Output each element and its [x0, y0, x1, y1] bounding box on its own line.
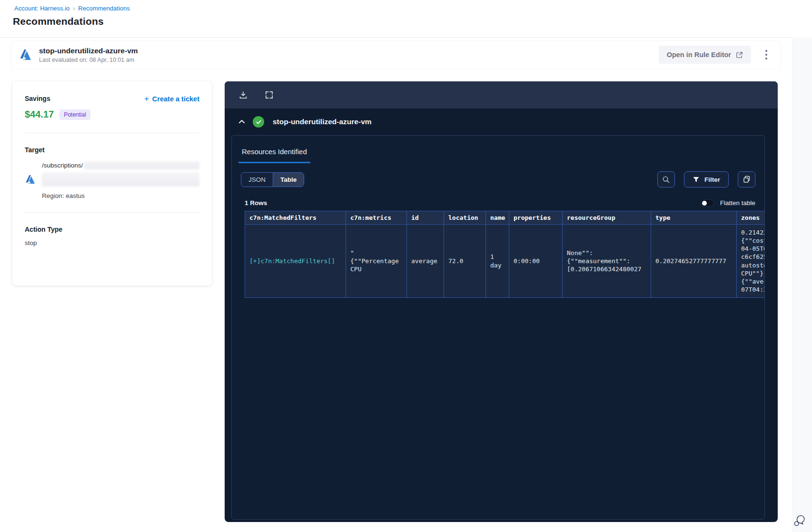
rule-group-header: stop-underutilized-azure-vm: [225, 108, 778, 135]
column-header-metrics: c7n:metrics: [346, 211, 406, 225]
breadcrumb-separator: ›: [73, 5, 75, 12]
flatten-table-toggle[interactable]: [701, 199, 714, 207]
column-header-name: name: [485, 211, 509, 225]
search-button[interactable]: [657, 171, 675, 187]
redacted-text: [42, 172, 199, 187]
recommendation-title: stop-underutilized-azure-vm: [39, 47, 138, 55]
column-header-type: type: [651, 211, 736, 225]
column-header-location: location: [444, 211, 485, 225]
page-title: Recommendations: [13, 16, 104, 27]
chat-help-icon[interactable]: [792, 514, 807, 528]
chevron-up-icon[interactable]: [238, 118, 246, 126]
filter-label: Filter: [704, 176, 720, 183]
breadcrumb-page-link[interactable]: Recommendations: [78, 5, 129, 12]
filter-icon: [693, 176, 700, 183]
flatten-table-label: Flatten table: [720, 199, 755, 207]
panel-toolbar: [225, 81, 778, 108]
recommendation-heading: stop-underutilized-azure-vm Last evaluat…: [39, 47, 138, 63]
savings-label: Savings: [25, 95, 50, 102]
copy-button[interactable]: [738, 171, 755, 187]
rule-output-panel: stop-underutilized-azure-vm Resources Id…: [225, 81, 778, 522]
column-header-resourcegroup: resourceGroup: [562, 211, 651, 225]
resources-table-grid: c7n:MatchedFilters c7n:metrics id locati…: [245, 211, 765, 298]
potential-badge: Potential: [59, 109, 90, 120]
target-label: Target: [25, 146, 199, 154]
breadcrumb-account-link[interactable]: Account: Harness.io: [14, 5, 69, 12]
cell-matchedfilters-expander[interactable]: [+]c7n:MatchedFilters[]: [245, 225, 346, 298]
table-controls: JSON Table Filter: [241, 171, 755, 187]
target-region: Region: eastus: [42, 192, 199, 199]
column-header-id: id: [406, 211, 444, 225]
resources-table: c7n:MatchedFilters c7n:metrics id locati…: [245, 211, 765, 298]
plus-icon: +: [144, 95, 149, 103]
open-rule-editor-label: Open in Rule Editor: [667, 51, 731, 59]
savings-amount: $44.17: [25, 109, 54, 120]
rows-count: 1 Rows: [245, 199, 267, 207]
cell-location: 72.0: [444, 225, 485, 298]
cell-resourcegroup: None"": {""measurement"": [0.20671066342…: [562, 225, 651, 298]
create-ticket-button[interactable]: + Create a ticket: [144, 95, 199, 103]
column-header-matchedfilters: c7n:MatchedFilters: [245, 211, 346, 225]
view-toggle: JSON Table: [241, 172, 304, 187]
open-rule-editor-button[interactable]: Open in Rule Editor: [659, 46, 751, 64]
copy-icon: [743, 175, 751, 184]
header-divider: [0, 37, 792, 38]
divider: [25, 133, 199, 133]
view-toggle-table[interactable]: Table: [273, 173, 304, 187]
cell-id: average: [406, 225, 444, 298]
action-type-value: stop: [25, 239, 199, 246]
recommendation-summary-card: Savings + Create a ticket $44.17 Potenti…: [12, 81, 212, 286]
fullscreen-icon[interactable]: [264, 90, 274, 100]
cell-properties: 0:00:00: [509, 225, 562, 298]
check-circle-icon: [253, 116, 264, 128]
azure-icon: [19, 49, 32, 60]
external-link-icon: [736, 51, 743, 59]
cell-type: 0.20274652777777777: [651, 225, 736, 298]
cell-metrics: " {""Percentage CPU: [346, 225, 406, 298]
column-header-properties: properties: [509, 211, 562, 225]
table-meta-row: 1 Rows Flatten table: [245, 199, 755, 207]
cell-zones: 0.21423 {""cost 04-05T0 c6cf625 autosto …: [736, 225, 765, 298]
tab-bar: Resources Identified: [232, 136, 764, 163]
download-icon[interactable]: [238, 90, 248, 100]
column-header-zones: zones: [736, 211, 765, 225]
view-toggle-json[interactable]: JSON: [241, 173, 273, 187]
create-ticket-label: Create a ticket: [152, 95, 199, 103]
cell-name: 1 day: [485, 225, 509, 298]
recommendation-header-card: stop-underutilized-azure-vm Last evaluat…: [11, 41, 781, 69]
breadcrumb: Account: Harness.io › Recommendations: [14, 5, 130, 12]
action-type-label: Action Type: [25, 226, 199, 233]
page-gutter: [792, 38, 812, 532]
kebab-menu-icon[interactable]: [762, 48, 770, 61]
redacted-text: [84, 161, 199, 169]
resources-card: Resources Identified JSON Table Filter: [231, 135, 765, 520]
header-actions: Open in Rule Editor: [659, 46, 770, 64]
tab-resources-identified[interactable]: Resources Identified: [238, 148, 310, 163]
target-path: /subscriptions/: [42, 162, 83, 169]
search-icon: [662, 176, 670, 184]
rule-group-title: stop-underutilized-azure-vm: [273, 118, 372, 126]
filter-button[interactable]: Filter: [684, 171, 729, 187]
azure-icon: [25, 175, 36, 184]
divider: [25, 212, 199, 213]
recommendation-last-evaluated: Last evaluated on: 08 Apr, 10:01 am: [39, 57, 138, 63]
